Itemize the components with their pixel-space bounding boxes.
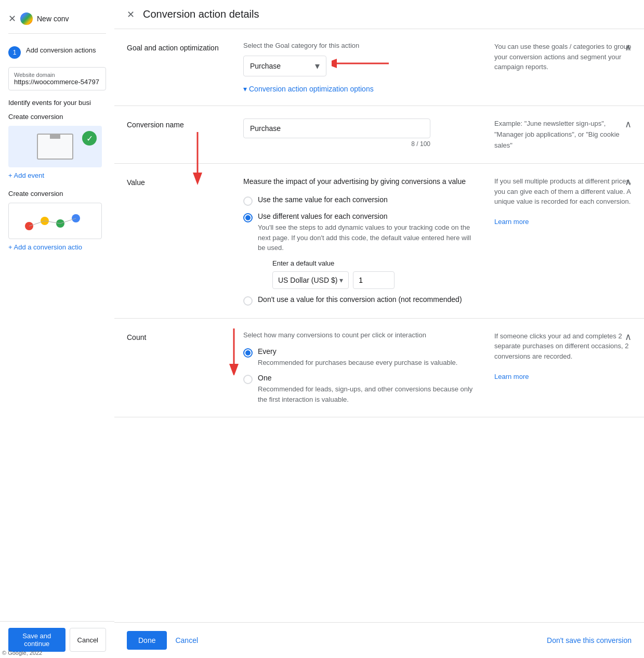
count-collapse-button[interactable]: ∧ (625, 331, 632, 343)
radio-one-input[interactable] (243, 375, 253, 384)
copyright-text: © Google, 2022 (2, 650, 42, 656)
name-section-content: 8 / 100 (231, 119, 486, 151)
currency-chevron-icon: ▾ (339, 276, 343, 284)
website-domain-value: https://woocommerce-54797 (14, 78, 100, 86)
currency-dropdown[interactable]: US Dollar (USD $) ▾ (272, 271, 349, 289)
name-helper-text: Example: "June newsletter sign-ups", "Ma… (486, 119, 632, 151)
value-helper-text: If you sell multiple products at differe… (486, 176, 632, 306)
monitor-icon (37, 134, 73, 160)
count-radio-one: One Recommended for leads, sign-ups, and… (243, 374, 474, 404)
left-panel: ✕ New conv 1 Add conversion actions Webs… (0, 0, 114, 658)
radio-different-label: Use different values for each conversion (258, 212, 474, 220)
name-collapse-button[interactable]: ∧ (625, 119, 632, 130)
value-radio-group: Use the same value for each conversion U… (243, 195, 474, 306)
count-radio-group: Every Recommended for purchases because … (243, 347, 474, 405)
monitor-stand (50, 135, 60, 139)
radio-every-sub: Recommended for purchases because every … (258, 358, 457, 368)
step-1-text: Add conversion actions (26, 46, 96, 54)
goal-subtitle: Select the Goal category for this action (243, 42, 474, 49)
goal-section-content: Select the Goal category for this action… (231, 42, 486, 93)
red-arrow-1 (332, 50, 394, 76)
default-value-inputs: US Dollar (USD $) ▾ (272, 271, 474, 289)
app-close-button[interactable]: ✕ (8, 13, 16, 24)
done-button[interactable]: Done (127, 631, 167, 650)
chart-svg (19, 208, 91, 234)
create-conversion-section-1: Create conversion ✓ + Add event (8, 113, 106, 179)
website-domain-box: Website domain https://woocommerce-54797 (8, 67, 106, 90)
cancel-button-bottom[interactable]: Cancel (70, 628, 106, 652)
amount-input[interactable] (353, 271, 395, 289)
dialog-title: Conversion action details (143, 8, 259, 20)
count-section: Count Select how many conversions to cou… (114, 319, 644, 418)
radio-every-input[interactable] (243, 348, 253, 358)
website-domain-label: Website domain (14, 72, 100, 78)
count-section-label: Count (127, 331, 231, 405)
radio-every-label: Every (258, 347, 457, 356)
footer-cancel-button[interactable]: Cancel (167, 631, 206, 650)
count-section-content: Select how many conversions to count per… (231, 331, 486, 405)
count-radio-every: Every Recommended for purchases because … (243, 347, 474, 368)
dialog-header: ✕ Conversion action details (114, 0, 644, 29)
conversion-card-image-1: ✓ (8, 126, 102, 167)
value-collapse-button[interactable]: ∧ (625, 176, 632, 188)
google-logo (20, 12, 33, 25)
value-radio-different: Use different values for each conversion… (243, 212, 474, 289)
dialog-close-button[interactable]: ✕ (127, 9, 135, 20)
value-section: Value Measure the impact of your adverti… (114, 164, 644, 319)
create-conversion-section-2: Create conversion + Add a conversion act… (8, 190, 106, 251)
check-circle-icon: ✓ (82, 131, 97, 146)
name-section: Conversion name 8 / 100 Example (114, 106, 644, 164)
chevron-down-icon: ▾ (315, 60, 320, 72)
radio-same-input[interactable] (243, 196, 253, 206)
goal-section-label: Goal and action optimization (127, 42, 231, 93)
default-value-label: Enter a default value (272, 259, 474, 267)
goal-category-dropdown[interactable]: Purchase ▾ (243, 56, 326, 76)
dialog-body: Goal and action optimization Select the … (114, 29, 644, 622)
step-1-number: 1 (8, 46, 21, 59)
count-helper-text: If someone clicks your ad and completes … (486, 331, 632, 405)
goal-section: Goal and action optimization Select the … (114, 29, 644, 106)
identify-text: Identify events for your busi (8, 99, 106, 107)
count-subtitle: Select how many conversions to count per… (243, 331, 474, 339)
conversion-name-wrapper: 8 / 100 (243, 119, 474, 148)
conversion-action-dialog: ✕ Conversion action details Goal and act… (114, 0, 644, 658)
add-event-button[interactable]: + Add event (8, 172, 106, 179)
goal-helper-text: You can use these goals / categories to … (486, 42, 632, 93)
value-section-content: Measure the impact of your advertising b… (231, 176, 486, 306)
create-conversion-title-2: Create conversion (8, 190, 106, 198)
currency-value: US Dollar (USD $) (278, 276, 337, 284)
add-conversion-button[interactable]: + Add a conversion actio (8, 243, 106, 251)
chevron-down-small-icon: ▾ (243, 85, 247, 93)
value-description: Measure the impact of your advertising b… (243, 176, 474, 187)
step-1-item: 1 Add conversion actions (8, 42, 106, 63)
radio-different-sub: You'll see the steps to add dynamic valu… (258, 222, 474, 253)
create-conversion-title-1: Create conversion (8, 113, 106, 121)
dialog-footer: Done Cancel Don't save this conversion (114, 622, 644, 658)
name-section-label: Conversion name (127, 119, 231, 151)
radio-same-label: Use the same value for each conversion (258, 195, 388, 204)
goal-dropdown-value: Purchase (250, 62, 281, 70)
goal-dropdown-wrapper: Purchase ▾ (243, 56, 326, 76)
chart-card-image (8, 203, 102, 239)
radio-none-label: Don't use a value for this conversion ac… (258, 295, 462, 304)
value-radio-none: Don't use a value for this conversion ac… (243, 295, 474, 306)
conversion-name-input[interactable] (243, 119, 430, 138)
default-value-row: Enter a default value US Dollar (USD $) … (272, 259, 474, 289)
radio-none-input[interactable] (243, 296, 253, 306)
radio-one-sub: Recommended for leads, sign-ups, and oth… (258, 384, 474, 404)
value-section-label: Value (127, 176, 231, 306)
optimization-options-link[interactable]: ▾ Conversion action optimization options (243, 85, 474, 93)
left-panel-header: ✕ New conv (8, 8, 106, 34)
goal-collapse-button[interactable]: ∧ (625, 42, 632, 53)
save-continue-button[interactable]: Save and continue (8, 628, 65, 652)
radio-one-label: One (258, 374, 474, 382)
dont-save-link[interactable]: Don't save this conversion (547, 636, 632, 644)
count-learn-more-link[interactable]: Learn more (494, 373, 529, 380)
value-learn-more-link[interactable]: Learn more (494, 218, 529, 226)
app-title: New conv (37, 15, 69, 23)
radio-different-input[interactable] (243, 213, 253, 222)
value-radio-same: Use the same value for each conversion (243, 195, 474, 206)
char-count: 8 / 100 (243, 140, 430, 148)
